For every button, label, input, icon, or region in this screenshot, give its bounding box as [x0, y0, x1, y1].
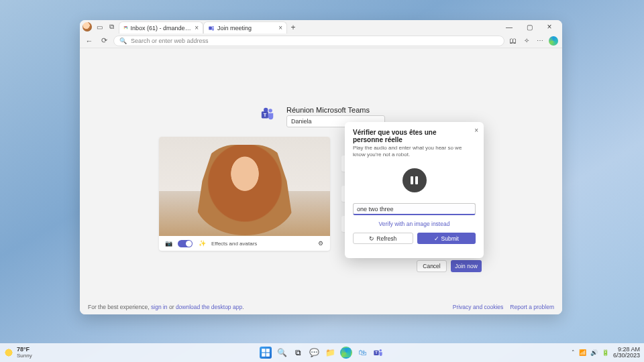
reader-icon[interactable]: 🕮: [508, 36, 518, 46]
privacy-link[interactable]: Privacy and cookies: [453, 304, 504, 310]
teams-icon: [208, 25, 215, 32]
gmail-icon: [123, 25, 128, 32]
check-icon: ✓: [434, 235, 439, 242]
tab-title: Inbox (61) - dmandera@gmail.com: [131, 25, 193, 32]
close-icon[interactable]: ×: [195, 25, 199, 32]
captcha-answer-input[interactable]: [353, 203, 476, 215]
camera-toggle[interactable]: [178, 240, 193, 247]
new-tab-button[interactable]: +: [287, 21, 299, 34]
teams-button[interactable]: T: [372, 347, 384, 359]
video-controls-bar: 📷 ✨ Effects and avatars ⚙: [159, 236, 330, 251]
edge-button[interactable]: [340, 347, 352, 359]
taskbar-center: 🔍 ⧉ 💬 📁 🛍 T: [260, 347, 384, 359]
search-button[interactable]: 🔍: [276, 347, 288, 359]
effects-label[interactable]: Effects and avatars: [211, 241, 257, 247]
download-app-link[interactable]: download the desktop app: [176, 304, 242, 310]
captcha-heading: Vérifier que vous êtes une personne réel…: [353, 129, 476, 143]
svg-point-1: [212, 26, 214, 28]
tab-join-meeting[interactable]: Join meeting ×: [203, 21, 287, 34]
tray-date: 6/30/2023: [613, 353, 640, 359]
camera-icon[interactable]: 📷: [164, 239, 172, 247]
workspaces-icon[interactable]: ▭: [95, 22, 104, 32]
teams-logo-icon: T: [260, 107, 275, 121]
page-footer: For the best experience, sign in or down…: [88, 304, 554, 310]
profile-avatar-icon[interactable]: [83, 22, 92, 32]
captcha-modal: × Vérifier que vous êtes une personne ré…: [345, 122, 484, 258]
omnibox[interactable]: 🔍 Search or enter web address: [113, 36, 504, 46]
address-bar: ← ⟳ 🔍 Search or enter web address 🕮 ✧ ⋯: [80, 34, 562, 48]
browser-window: ▭ ⧉ Inbox (61) - dmandera@gmail.com × Jo…: [80, 20, 562, 314]
close-button[interactable]: ×: [539, 20, 559, 34]
window-controls: — ▢ ×: [499, 20, 559, 34]
wifi-icon[interactable]: 📶: [579, 349, 586, 356]
battery-icon[interactable]: 🔋: [602, 349, 609, 356]
tab-strip: Inbox (61) - dmandera@gmail.com × Join m…: [119, 20, 496, 34]
meeting-title: Réunion Microsoft Teams: [286, 106, 370, 114]
refresh-icon: ↻: [369, 235, 374, 242]
weather-widget[interactable]: 78°F Sunny: [4, 347, 32, 359]
store-button[interactable]: 🛍: [356, 347, 368, 359]
svg-text:T: T: [375, 351, 377, 355]
clock[interactable]: 9:28 AM 6/30/2023: [613, 347, 640, 359]
camera-preview: [159, 137, 330, 236]
file-explorer-button[interactable]: 📁: [324, 347, 336, 359]
omnibox-placeholder: Search or enter web address: [131, 38, 209, 44]
cancel-label: Cancel: [423, 263, 440, 269]
join-actions: Cancel Join now: [417, 260, 482, 272]
search-icon: 🔍: [119, 38, 127, 44]
cancel-button[interactable]: Cancel: [417, 260, 447, 272]
page-content: T Réunion Microsoft Teams 📷 ✨ Effects an…: [80, 48, 562, 314]
start-button[interactable]: [260, 347, 272, 359]
video-preview-tile: 📷 ✨ Effects and avatars ⚙: [159, 137, 330, 251]
weather-desc: Sunny: [17, 353, 32, 359]
captcha-actions: ↻Refresh ✓Submit: [353, 233, 476, 244]
maximize-button[interactable]: ▢: [519, 20, 539, 34]
report-problem-link[interactable]: Report a problem: [510, 304, 554, 310]
audio-pause-button[interactable]: [402, 168, 427, 192]
svg-rect-8: [262, 353, 265, 357]
sign-in-link[interactable]: sign in: [151, 304, 168, 310]
refresh-button[interactable]: ↻Refresh: [353, 233, 413, 244]
submit-label: Submit: [441, 235, 459, 242]
close-icon[interactable]: ×: [278, 25, 282, 32]
svg-point-12: [380, 349, 382, 351]
join-now-button[interactable]: Join now: [451, 260, 482, 272]
system-tray[interactable]: ˄ 📶 🔊 🔋 9:28 AM 6/30/2023: [572, 347, 640, 359]
taskbar: 78°F Sunny 🔍 ⧉ 💬 📁 🛍 T ˄ 📶 🔊 🔋 9:28 AM 6…: [0, 343, 644, 362]
pause-icon: [411, 176, 413, 184]
join-label: Join now: [455, 263, 478, 269]
verify-image-link[interactable]: Verify with an image instead: [353, 221, 476, 227]
tab-actions-icon[interactable]: ⧉: [107, 22, 116, 32]
chevron-up-icon[interactable]: ˄: [572, 349, 575, 356]
minimize-button[interactable]: —: [499, 20, 519, 34]
svg-point-2: [268, 109, 272, 113]
svg-text:T: T: [264, 112, 267, 118]
submit-button[interactable]: ✓Submit: [417, 233, 476, 244]
copilot-icon[interactable]: [549, 36, 558, 46]
more-icon[interactable]: ⋯: [535, 36, 545, 46]
pause-icon: [415, 176, 418, 184]
back-button[interactable]: ←: [84, 36, 95, 46]
svg-rect-6: [262, 349, 265, 352]
refresh-label: Refresh: [376, 235, 396, 242]
captcha-subtext: Play the audio and enter what you hear s…: [353, 145, 476, 159]
svg-rect-0: [209, 26, 212, 29]
effects-icon[interactable]: ✨: [198, 239, 206, 247]
close-icon[interactable]: ×: [474, 127, 478, 134]
chat-button[interactable]: 💬: [308, 347, 320, 359]
refresh-button[interactable]: ⟳: [99, 36, 109, 46]
favorites-icon[interactable]: ✧: [522, 36, 531, 46]
svg-rect-9: [266, 353, 270, 357]
tab-title: Join meeting: [217, 25, 252, 32]
volume-icon[interactable]: 🔊: [590, 349, 598, 356]
footer-text: For the best experience, sign in or down…: [88, 304, 244, 310]
task-view-button[interactable]: ⧉: [292, 347, 304, 359]
tab-inbox[interactable]: Inbox (61) - dmandera@gmail.com ×: [119, 21, 203, 34]
sun-icon: [4, 348, 13, 357]
svg-rect-7: [266, 349, 270, 352]
browser-titlebar: ▭ ⧉ Inbox (61) - dmandera@gmail.com × Jo…: [80, 20, 562, 34]
settings-gear-icon[interactable]: ⚙: [317, 239, 325, 247]
